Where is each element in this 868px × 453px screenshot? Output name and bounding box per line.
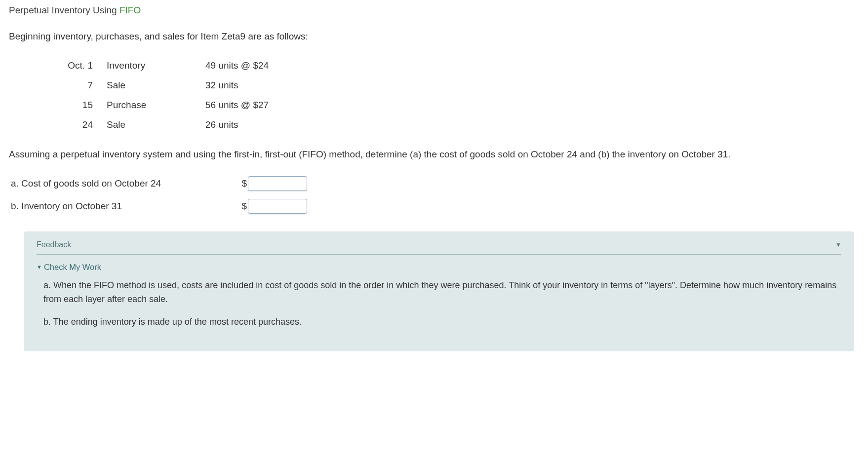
cell-detail: 32 units [205,80,354,91]
answer-row-b: b. Inventory on October 31 $ [11,196,859,217]
cell-type: Purchase [107,100,205,111]
question-panel: Perpetual Inventory Using FIFO Beginning… [0,0,868,366]
transactions-table: Oct. 1 Inventory 49 units @ $24 7 Sale 3… [39,56,859,135]
cell-detail: 26 units [205,119,354,130]
intro-text: Beginning inventory, purchases, and sale… [9,30,859,44]
instructions-text: Assuming a perpetual inventory system an… [9,147,859,162]
currency-symbol: $ [238,201,248,212]
currency-symbol: $ [238,178,248,189]
table-row: 24 Sale 26 units [39,115,859,135]
answers-block: a. Cost of goods sold on October 24 $ b.… [9,173,859,217]
answer-row-a: a. Cost of goods sold on October 24 $ [11,173,859,194]
feedback-panel: Feedback ▼ ▼ Check My Work a. When the F… [24,231,854,352]
answer-b-label: b. Inventory on October 31 [11,201,238,212]
feedback-text-a: a. When the FIFO method is used, costs a… [37,279,841,306]
cell-detail: 56 units @ $27 [205,100,354,111]
caret-down-icon: ▼ [37,264,42,270]
cell-date: 24 [39,119,107,130]
table-row: 7 Sale 32 units [39,76,859,95]
title-highlight: FIFO [119,5,141,15]
table-row: 15 Purchase 56 units @ $27 [39,95,859,115]
cell-type: Sale [107,119,205,130]
cell-date: Oct. 1 [39,60,107,71]
feedback-text-b: b. The ending inventory is made up of th… [37,315,841,329]
feedback-header[interactable]: Feedback ▼ [37,240,841,255]
cell-type: Inventory [107,60,205,71]
feedback-title: Feedback [37,240,71,249]
collapse-icon[interactable]: ▼ [835,241,841,248]
cell-date: 15 [39,100,107,111]
check-my-work-toggle[interactable]: ▼ Check My Work [37,263,841,272]
title-prefix: Perpetual Inventory Using [9,5,119,15]
answer-a-label: a. Cost of goods sold on October 24 [11,178,238,189]
table-row: Oct. 1 Inventory 49 units @ $24 [39,56,859,76]
question-title: Perpetual Inventory Using FIFO [9,5,859,16]
feedback-body: a. When the FIFO method is used, costs a… [37,279,841,329]
cell-type: Sale [107,80,205,91]
cell-date: 7 [39,80,107,91]
answer-b-input[interactable] [248,199,307,214]
check-my-work-label: Check My Work [44,263,101,272]
cell-detail: 49 units @ $24 [205,60,354,71]
answer-a-input[interactable] [248,176,307,191]
